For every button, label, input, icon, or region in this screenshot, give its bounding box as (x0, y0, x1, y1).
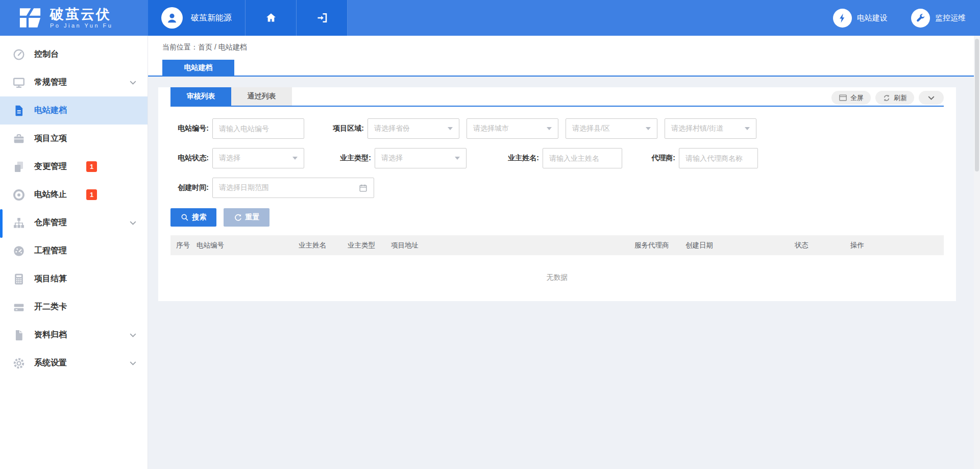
monitor-icon (12, 76, 26, 89)
gear-icon (12, 357, 26, 370)
sidebar-item-label: 系统设置 (34, 358, 67, 368)
target-icon (12, 188, 26, 202)
nav-monitor-ops[interactable]: 监控运维 (911, 9, 966, 28)
sidebar-item-general-mgmt[interactable]: 常规管理 (0, 68, 148, 96)
lightning-icon (833, 9, 852, 28)
archive-icon (12, 329, 26, 342)
refresh-button[interactable]: 刷新 (875, 91, 914, 105)
sidebar-item-label: 工程管理 (34, 245, 67, 256)
chevron-down-icon (928, 96, 935, 100)
nav-label: 监控运维 (935, 13, 966, 23)
person-icon (165, 11, 179, 24)
village-select[interactable]: 请选择村镇/街道 (665, 118, 756, 139)
column-header: 序号 (170, 241, 197, 250)
column-header: 电站编号 (197, 241, 299, 250)
page-scrollbar[interactable] (974, 36, 980, 469)
filter-row-2: 电站状态: 请选择 业主类型: 请选择 业主姓名: 代理商: (170, 148, 944, 168)
panel-tabs: 审核列表 通过列表 (170, 87, 944, 107)
panel-toolbar: 全屏 刷新 (831, 91, 944, 105)
city-select[interactable]: 请选择城市 (467, 118, 558, 139)
date-range-placeholder: 请选择日期范围 (219, 183, 269, 192)
badge-count: 1 (86, 189, 97, 200)
owner-type-select[interactable]: 请选择 (375, 148, 467, 168)
column-header: 业主姓名 (299, 241, 348, 250)
filter-actions: 搜索 重置 (170, 208, 944, 227)
nav-station-build[interactable]: 电站建设 (833, 9, 888, 28)
copy-icon (12, 160, 26, 174)
sidebar-item-station-filing[interactable]: 电站建档 (0, 96, 148, 125)
home-button[interactable] (246, 0, 297, 36)
column-header: 状态 (795, 241, 850, 250)
owner-type-label: 业主类型: (333, 154, 371, 163)
column-header: 创建日期 (685, 241, 795, 250)
header-user-block: 破茧新能源 (148, 0, 348, 36)
sidebar-item-data-archive[interactable]: 资料归档 (0, 321, 148, 349)
badge-count: 1 (86, 161, 97, 172)
province-select[interactable]: 请选择省份 (368, 118, 459, 139)
sidebar-scrollbar-thumb[interactable] (0, 209, 3, 238)
agent-input[interactable] (679, 148, 758, 168)
sidebar-item-label: 开二类卡 (34, 302, 67, 312)
region-label: 项目区域: (326, 124, 364, 133)
column-header: 服务代理商 (634, 241, 685, 250)
sidebar-item-change-mgmt[interactable]: 变更管理 1 (0, 153, 148, 181)
speedometer-icon (12, 244, 26, 258)
county-placeholder: 请选择县/区 (572, 124, 610, 133)
sidebar-item-label: 电站建档 (34, 105, 67, 116)
collapse-button[interactable] (919, 91, 944, 105)
sidebar-item-class2-card[interactable]: 开二类卡 (0, 293, 148, 321)
sidebar-item-project-settlement[interactable]: 项目结算 (0, 265, 148, 293)
file-icon (12, 104, 26, 117)
wrench-icon (911, 9, 930, 28)
breadcrumb-path[interactable]: 首页 / 电站建档 (198, 43, 247, 51)
sidebar-item-warehouse-mgmt[interactable]: 仓库管理 (0, 209, 148, 237)
reset-icon (234, 213, 242, 221)
status-select[interactable]: 请选择 (212, 148, 304, 168)
owner-name-input[interactable] (543, 148, 622, 168)
sidebar-item-label: 项目立项 (34, 133, 67, 144)
fullscreen-label: 全屏 (850, 93, 864, 103)
refresh-icon (883, 94, 891, 102)
county-select[interactable]: 请选择县/区 (566, 118, 657, 139)
search-label: 搜索 (192, 213, 207, 222)
sidebar-item-label: 变更管理 (34, 161, 67, 172)
brand-title: 破茧云伏 (50, 7, 113, 21)
nav-label: 电站建设 (857, 13, 888, 23)
sidebar-item-console[interactable]: 控制台 (0, 40, 148, 68)
search-button[interactable]: 搜索 (170, 208, 216, 227)
reset-button[interactable]: 重置 (224, 208, 270, 227)
column-header: 操作 (850, 241, 944, 250)
province-placeholder: 请选择省份 (374, 124, 410, 133)
breadcrumb-band: 当前位置：首页 / 电站建档 电站建档 (148, 36, 980, 77)
user-menu[interactable]: 破茧新能源 (148, 0, 246, 36)
sidebar-item-label: 常规管理 (34, 77, 67, 88)
station-no-label: 电站编号: (170, 124, 209, 133)
page-tab-station-filing[interactable]: 电站建档 (162, 60, 234, 76)
sidebar-item-project-initiation[interactable]: 项目立项 (0, 125, 148, 153)
logout-button[interactable] (297, 0, 348, 36)
sitemap-icon (12, 216, 26, 230)
sidebar-item-label: 控制台 (34, 49, 59, 60)
card-icon (12, 301, 26, 314)
calculator-icon (12, 273, 26, 286)
station-no-input[interactable] (212, 118, 304, 139)
sidebar-item-label: 资料归档 (34, 330, 67, 340)
empty-state-text: 无数据 (170, 255, 944, 300)
sidebar-item-station-termination[interactable]: 电站终止 1 (0, 181, 148, 209)
column-header: 项目地址 (391, 241, 634, 250)
tab-passed-list[interactable]: 通过列表 (231, 87, 292, 106)
filter-form: 电站编号: 项目区域: 请选择省份 请选择城市 请选择县/区 请选择村镇/街道 (170, 118, 944, 227)
status-placeholder: 请选择 (219, 154, 240, 163)
sidebar-item-label: 电站终止 (34, 189, 67, 200)
home-icon (265, 12, 277, 24)
owner-type-placeholder: 请选择 (381, 154, 403, 163)
fullscreen-button[interactable]: 全屏 (831, 91, 871, 105)
page-scrollbar-thumb[interactable] (975, 39, 979, 171)
sidebar-item-engineering-mgmt[interactable]: 工程管理 (0, 237, 148, 265)
tab-review-list[interactable]: 审核列表 (170, 87, 231, 106)
caret-down-icon (646, 127, 651, 130)
sidebar-item-system-settings[interactable]: 系统设置 (0, 349, 148, 377)
date-range-input[interactable]: 请选择日期范围 (212, 178, 374, 198)
search-icon (181, 213, 189, 221)
avatar (161, 7, 183, 29)
